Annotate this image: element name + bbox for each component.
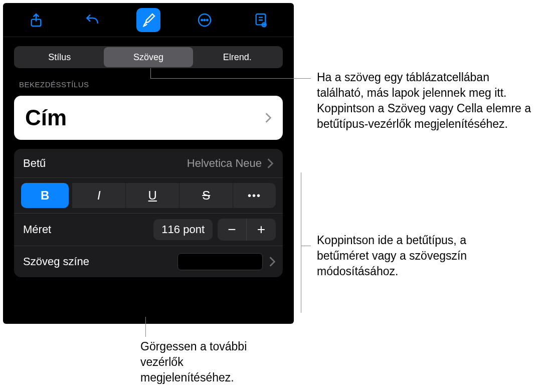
- paragraph-style-picker[interactable]: Cím: [14, 96, 283, 140]
- text-color-swatch: [177, 253, 263, 270]
- size-value[interactable]: 116 pont: [153, 219, 213, 240]
- callout-line: [150, 68, 151, 78]
- callout-line: [150, 78, 311, 79]
- chevron-right-icon: [269, 256, 276, 267]
- tab-text[interactable]: Szöveg: [104, 47, 193, 67]
- callout-middle: Koppintson ide a betűtípus, a betűméret …: [317, 233, 517, 279]
- size-increase-button[interactable]: +: [247, 219, 276, 241]
- undo-icon[interactable]: [80, 8, 104, 32]
- tab-arrange[interactable]: Elrend.: [193, 47, 282, 67]
- bold-button[interactable]: B: [21, 183, 69, 208]
- text-color-label: Szöveg színe: [23, 255, 89, 268]
- chevron-right-icon: [265, 112, 272, 123]
- italic-button[interactable]: I: [72, 183, 126, 208]
- share-icon[interactable]: [24, 8, 48, 32]
- text-color-row[interactable]: Szöveg színe: [14, 246, 283, 277]
- callout-line: [301, 246, 311, 246]
- font-settings-group: Betű Helvetica Neue B I U S ••• Méret 11…: [14, 149, 283, 277]
- app-toolbar: [3, 3, 294, 37]
- strikethrough-button[interactable]: S: [179, 183, 233, 208]
- svg-point-9: [263, 24, 265, 26]
- more-menu-icon[interactable]: [193, 8, 217, 32]
- underline-button[interactable]: U: [126, 183, 179, 208]
- chevron-right-icon: [267, 158, 274, 169]
- tab-style[interactable]: Stílus: [15, 47, 104, 67]
- more-styles-button[interactable]: •••: [233, 183, 276, 208]
- format-brush-icon[interactable]: [136, 8, 160, 32]
- font-label: Betű: [23, 157, 46, 170]
- size-decrease-button[interactable]: −: [218, 219, 247, 241]
- reader-icon[interactable]: [249, 8, 273, 32]
- callout-top: Ha a szöveg egy táblázatcellában találha…: [317, 70, 532, 132]
- tab-bar: Stílus Szöveg Elrend.: [3, 37, 294, 74]
- svg-point-4: [207, 19, 208, 21]
- paragraph-style-value: Cím: [25, 105, 67, 130]
- callout-bottom: Görgessen a további vezérlők megjeleníté…: [140, 339, 271, 385]
- font-value: Helvetica Neue: [187, 157, 262, 170]
- font-size-row: Méret 116 pont − +: [14, 214, 283, 246]
- text-style-row: B I U S •••: [14, 178, 283, 214]
- svg-point-2: [201, 19, 203, 21]
- callout-line: [301, 172, 301, 313]
- size-label: Méret: [23, 223, 51, 236]
- svg-point-3: [204, 19, 206, 21]
- format-panel: Stílus Szöveg Elrend. BEKEZDÉSSTÍLUS Cím…: [3, 3, 294, 324]
- font-row[interactable]: Betű Helvetica Neue: [14, 149, 283, 178]
- paragraph-style-label: BEKEZDÉSSTÍLUS: [3, 74, 294, 93]
- callout-line: [145, 317, 146, 337]
- size-stepper: − +: [218, 219, 276, 241]
